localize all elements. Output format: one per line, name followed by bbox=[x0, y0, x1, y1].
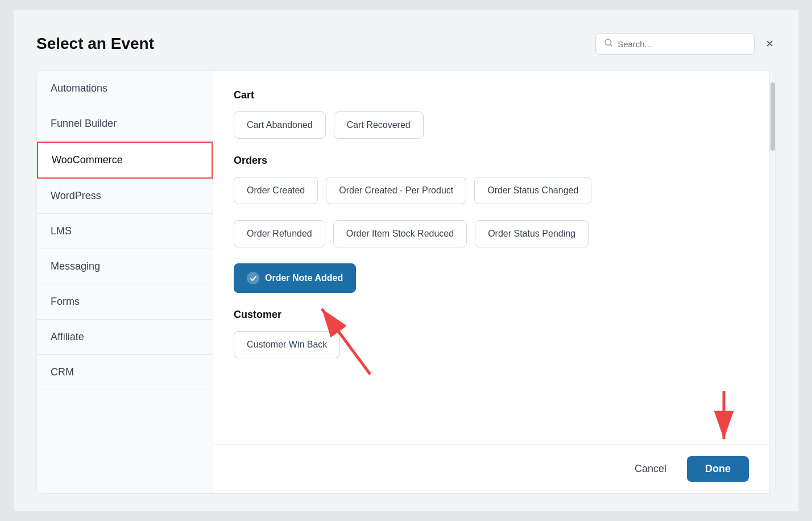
customer-section: Customer Customer Win Back bbox=[234, 309, 749, 358]
sidebar-item-label: Forms bbox=[51, 296, 80, 307]
sidebar-item-label: LMS bbox=[51, 225, 72, 237]
sidebar-item-affiliate[interactable]: Affiliate bbox=[37, 320, 213, 355]
sidebar-item-label: WooCommerce bbox=[52, 154, 123, 166]
modal-backdrop: Select an Event × Automations Funnel Bui… bbox=[14, 10, 798, 511]
done-button[interactable]: Done bbox=[687, 456, 749, 482]
sidebar-item-funnel-builder[interactable]: Funnel Builder bbox=[37, 106, 213, 142]
sidebar-item-label: Funnel Builder bbox=[51, 118, 117, 129]
search-box bbox=[595, 33, 755, 55]
search-input[interactable] bbox=[618, 39, 746, 49]
sidebar-item-lms[interactable]: LMS bbox=[37, 214, 213, 249]
svg-line-1 bbox=[610, 44, 612, 46]
close-button[interactable]: × bbox=[764, 35, 776, 52]
event-order-item-stock-reduced[interactable]: Order Item Stock Reduced bbox=[333, 220, 467, 247]
header-right: × bbox=[595, 33, 776, 55]
orders-section: Orders Order Created Order Created - Per… bbox=[234, 155, 749, 293]
sidebar-item-woocommerce[interactable]: WooCommerce bbox=[37, 142, 213, 179]
modal-body: Automations Funnel Builder WooCommerce W… bbox=[36, 71, 776, 494]
modal-title: Select an Event bbox=[36, 35, 154, 53]
event-cart-recovered[interactable]: Cart Recovered bbox=[334, 111, 424, 139]
customer-items-row: Customer Win Back bbox=[234, 331, 749, 358]
event-order-refunded[interactable]: Order Refunded bbox=[234, 220, 325, 247]
sidebar-item-label: WordPress bbox=[51, 190, 101, 201]
orders-row-2: Order Refunded Order Item Stock Reduced … bbox=[234, 220, 749, 247]
sidebar-item-automations[interactable]: Automations bbox=[37, 71, 213, 106]
event-order-created-per-product[interactable]: Order Created - Per Product bbox=[326, 177, 466, 204]
cart-section-label: Cart bbox=[234, 89, 749, 101]
orders-row-1: Order Created Order Created - Per Produc… bbox=[234, 177, 749, 204]
event-customer-win-back[interactable]: Customer Win Back bbox=[234, 331, 340, 358]
cart-section: Cart Cart Abandoned Cart Recovered bbox=[234, 89, 749, 139]
footer-wrapper: Cancel Done bbox=[213, 444, 769, 493]
event-order-created[interactable]: Order Created bbox=[234, 177, 318, 204]
sidebar-item-wordpress[interactable]: WordPress bbox=[37, 179, 213, 214]
sidebar-item-label: Messaging bbox=[51, 260, 100, 272]
content-area: Cart Cart Abandoned Cart Recovered Order… bbox=[213, 71, 769, 444]
sidebar-item-crm[interactable]: CRM bbox=[37, 355, 213, 390]
sidebar-item-label: CRM bbox=[51, 366, 74, 378]
cart-items-row: Cart Abandoned Cart Recovered bbox=[234, 111, 749, 139]
event-order-note-added[interactable]: Order Note Added bbox=[234, 263, 356, 293]
cancel-button[interactable]: Cancel bbox=[625, 457, 676, 481]
event-cart-abandoned[interactable]: Cart Abandoned bbox=[234, 111, 326, 139]
scrollbar-track[interactable] bbox=[769, 71, 775, 493]
customer-section-label: Customer bbox=[234, 309, 749, 321]
search-icon bbox=[604, 38, 613, 49]
sidebar-item-messaging[interactable]: Messaging bbox=[37, 249, 213, 284]
event-order-status-pending[interactable]: Order Status Pending bbox=[475, 220, 589, 247]
sidebar-item-label: Affiliate bbox=[51, 331, 84, 342]
modal-footer: Cancel Done bbox=[213, 444, 769, 493]
event-order-status-changed[interactable]: Order Status Changed bbox=[474, 177, 591, 204]
sidebar-item-label: Automations bbox=[51, 82, 107, 94]
sidebar-item-forms[interactable]: Forms bbox=[37, 284, 213, 320]
scrollbar-thumb[interactable] bbox=[770, 82, 775, 151]
orders-section-label: Orders bbox=[234, 155, 749, 167]
check-icon bbox=[247, 272, 259, 284]
modal-header: Select an Event × bbox=[36, 33, 776, 55]
orders-row-3: Order Note Added bbox=[234, 263, 749, 293]
sidebar: Automations Funnel Builder WooCommerce W… bbox=[37, 71, 213, 493]
